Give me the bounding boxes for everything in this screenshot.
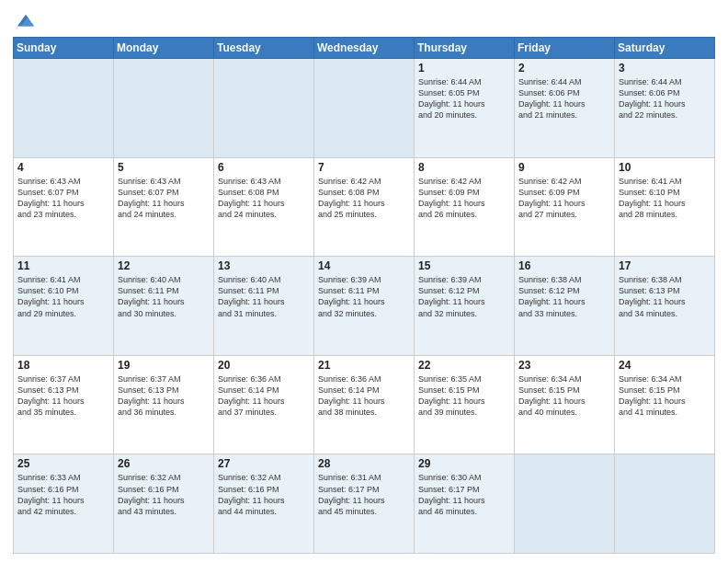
calendar-header-sunday: Sunday: [14, 38, 114, 59]
day-info: Sunrise: 6:39 AM Sunset: 6:11 PM Dayligh…: [318, 274, 410, 319]
calendar-day-cell: 10Sunrise: 6:41 AM Sunset: 6:10 PM Dayli…: [615, 157, 715, 257]
day-number: 16: [518, 259, 610, 272]
calendar-day-cell: 3Sunrise: 6:44 AM Sunset: 6:06 PM Daylig…: [615, 59, 715, 158]
header: [13, 9, 715, 31]
calendar-header-wednesday: Wednesday: [314, 38, 415, 59]
calendar-day-cell: [615, 454, 715, 554]
calendar-day-cell: 6Sunrise: 6:43 AM Sunset: 6:08 PM Daylig…: [214, 157, 314, 257]
day-number: 24: [619, 359, 711, 372]
calendar-day-cell: 17Sunrise: 6:38 AM Sunset: 6:13 PM Dayli…: [615, 257, 715, 356]
calendar-day-cell: [214, 59, 314, 158]
day-number: 25: [17, 457, 109, 470]
calendar-day-cell: 29Sunrise: 6:30 AM Sunset: 6:17 PM Dayli…: [415, 454, 515, 554]
day-info: Sunrise: 6:35 AM Sunset: 6:15 PM Dayligh…: [418, 373, 510, 419]
calendar-day-cell: 9Sunrise: 6:42 AM Sunset: 6:09 PM Daylig…: [515, 157, 615, 257]
day-number: 19: [118, 359, 210, 372]
calendar-day-cell: 25Sunrise: 6:33 AM Sunset: 6:16 PM Dayli…: [14, 454, 114, 554]
day-info: Sunrise: 6:40 AM Sunset: 6:11 PM Dayligh…: [118, 274, 210, 319]
calendar-header-saturday: Saturday: [615, 38, 715, 59]
calendar-day-cell: 21Sunrise: 6:36 AM Sunset: 6:14 PM Dayli…: [314, 355, 415, 454]
day-number: 22: [418, 359, 510, 372]
day-info: Sunrise: 6:43 AM Sunset: 6:07 PM Dayligh…: [17, 176, 109, 221]
day-info: Sunrise: 6:37 AM Sunset: 6:13 PM Dayligh…: [17, 373, 109, 419]
calendar-day-cell: [515, 454, 615, 554]
day-info: Sunrise: 6:34 AM Sunset: 6:15 PM Dayligh…: [619, 373, 711, 419]
calendar-day-cell: 14Sunrise: 6:39 AM Sunset: 6:11 PM Dayli…: [314, 257, 415, 356]
calendar-day-cell: [314, 59, 415, 158]
day-number: 21: [318, 359, 410, 372]
day-number: 15: [418, 259, 510, 272]
day-number: 7: [318, 161, 410, 174]
day-number: 3: [619, 62, 711, 75]
day-number: 1: [418, 62, 510, 75]
day-info: Sunrise: 6:36 AM Sunset: 6:14 PM Dayligh…: [318, 373, 410, 419]
calendar-day-cell: 16Sunrise: 6:38 AM Sunset: 6:12 PM Dayli…: [515, 257, 615, 356]
calendar-week-row: 18Sunrise: 6:37 AM Sunset: 6:13 PM Dayli…: [14, 355, 715, 454]
day-info: Sunrise: 6:31 AM Sunset: 6:17 PM Dayligh…: [318, 472, 410, 517]
day-number: 6: [218, 161, 310, 174]
calendar-day-cell: [14, 59, 114, 158]
day-info: Sunrise: 6:42 AM Sunset: 6:09 PM Dayligh…: [518, 176, 610, 221]
day-info: Sunrise: 6:39 AM Sunset: 6:12 PM Dayligh…: [418, 274, 510, 319]
calendar-table: SundayMondayTuesdayWednesdayThursdayFrid…: [13, 37, 715, 554]
calendar-week-row: 25Sunrise: 6:33 AM Sunset: 6:16 PM Dayli…: [14, 454, 715, 554]
day-number: 9: [518, 161, 610, 174]
day-info: Sunrise: 6:30 AM Sunset: 6:17 PM Dayligh…: [418, 472, 510, 517]
day-info: Sunrise: 6:38 AM Sunset: 6:13 PM Dayligh…: [619, 274, 711, 319]
calendar-day-cell: 12Sunrise: 6:40 AM Sunset: 6:11 PM Dayli…: [114, 257, 214, 356]
calendar-day-cell: 19Sunrise: 6:37 AM Sunset: 6:13 PM Dayli…: [114, 355, 214, 454]
calendar-week-row: 4Sunrise: 6:43 AM Sunset: 6:07 PM Daylig…: [14, 157, 715, 257]
day-info: Sunrise: 6:36 AM Sunset: 6:14 PM Dayligh…: [218, 373, 310, 419]
day-info: Sunrise: 6:33 AM Sunset: 6:16 PM Dayligh…: [17, 472, 109, 517]
day-number: 20: [218, 359, 310, 372]
day-number: 14: [318, 259, 410, 272]
calendar-header-row: SundayMondayTuesdayWednesdayThursdayFrid…: [14, 38, 715, 59]
calendar-day-cell: 15Sunrise: 6:39 AM Sunset: 6:12 PM Dayli…: [415, 257, 515, 356]
day-number: 8: [418, 161, 510, 174]
day-info: Sunrise: 6:34 AM Sunset: 6:15 PM Dayligh…: [518, 373, 610, 419]
day-info: Sunrise: 6:42 AM Sunset: 6:08 PM Dayligh…: [318, 176, 410, 221]
calendar-day-cell: 26Sunrise: 6:32 AM Sunset: 6:16 PM Dayli…: [114, 454, 214, 554]
day-info: Sunrise: 6:41 AM Sunset: 6:10 PM Dayligh…: [17, 274, 109, 319]
calendar-day-cell: 27Sunrise: 6:32 AM Sunset: 6:16 PM Dayli…: [214, 454, 314, 554]
calendar-day-cell: [114, 59, 214, 158]
day-info: Sunrise: 6:32 AM Sunset: 6:16 PM Dayligh…: [118, 472, 210, 517]
day-info: Sunrise: 6:43 AM Sunset: 6:08 PM Dayligh…: [218, 176, 310, 221]
calendar-header-thursday: Thursday: [415, 38, 515, 59]
day-number: 28: [318, 457, 410, 470]
day-number: 10: [619, 161, 711, 174]
day-info: Sunrise: 6:40 AM Sunset: 6:11 PM Dayligh…: [218, 274, 310, 319]
day-number: 12: [118, 259, 210, 272]
day-info: Sunrise: 6:43 AM Sunset: 6:07 PM Dayligh…: [118, 176, 210, 221]
day-number: 26: [118, 457, 210, 470]
day-number: 29: [418, 457, 510, 470]
calendar-day-cell: 4Sunrise: 6:43 AM Sunset: 6:07 PM Daylig…: [14, 157, 114, 257]
calendar-day-cell: 2Sunrise: 6:44 AM Sunset: 6:06 PM Daylig…: [515, 59, 615, 158]
day-info: Sunrise: 6:32 AM Sunset: 6:16 PM Dayligh…: [218, 472, 310, 517]
day-number: 27: [218, 457, 310, 470]
day-info: Sunrise: 6:44 AM Sunset: 6:05 PM Dayligh…: [418, 76, 510, 121]
calendar-header-monday: Monday: [114, 38, 214, 59]
calendar-week-row: 1Sunrise: 6:44 AM Sunset: 6:05 PM Daylig…: [14, 59, 715, 158]
day-number: 11: [17, 259, 109, 272]
day-number: 13: [218, 259, 310, 272]
calendar-day-cell: 24Sunrise: 6:34 AM Sunset: 6:15 PM Dayli…: [615, 355, 715, 454]
calendar-day-cell: 23Sunrise: 6:34 AM Sunset: 6:15 PM Dayli…: [515, 355, 615, 454]
calendar-day-cell: 20Sunrise: 6:36 AM Sunset: 6:14 PM Dayli…: [214, 355, 314, 454]
day-info: Sunrise: 6:41 AM Sunset: 6:10 PM Dayligh…: [619, 176, 711, 221]
calendar-day-cell: 1Sunrise: 6:44 AM Sunset: 6:05 PM Daylig…: [415, 59, 515, 158]
day-number: 18: [17, 359, 109, 372]
day-info: Sunrise: 6:44 AM Sunset: 6:06 PM Dayligh…: [518, 76, 610, 121]
day-info: Sunrise: 6:37 AM Sunset: 6:13 PM Dayligh…: [118, 373, 210, 419]
day-number: 5: [118, 161, 210, 174]
logo-icon: [16, 11, 36, 31]
calendar-day-cell: 11Sunrise: 6:41 AM Sunset: 6:10 PM Dayli…: [14, 257, 114, 356]
calendar-day-cell: 5Sunrise: 6:43 AM Sunset: 6:07 PM Daylig…: [114, 157, 214, 257]
page: SundayMondayTuesdayWednesdayThursdayFrid…: [0, 0, 728, 563]
calendar-header-friday: Friday: [515, 38, 615, 59]
day-number: 23: [518, 359, 610, 372]
calendar-day-cell: 22Sunrise: 6:35 AM Sunset: 6:15 PM Dayli…: [415, 355, 515, 454]
calendar-day-cell: 13Sunrise: 6:40 AM Sunset: 6:11 PM Dayli…: [214, 257, 314, 356]
day-number: 4: [17, 161, 109, 174]
day-info: Sunrise: 6:42 AM Sunset: 6:09 PM Dayligh…: [418, 176, 510, 221]
